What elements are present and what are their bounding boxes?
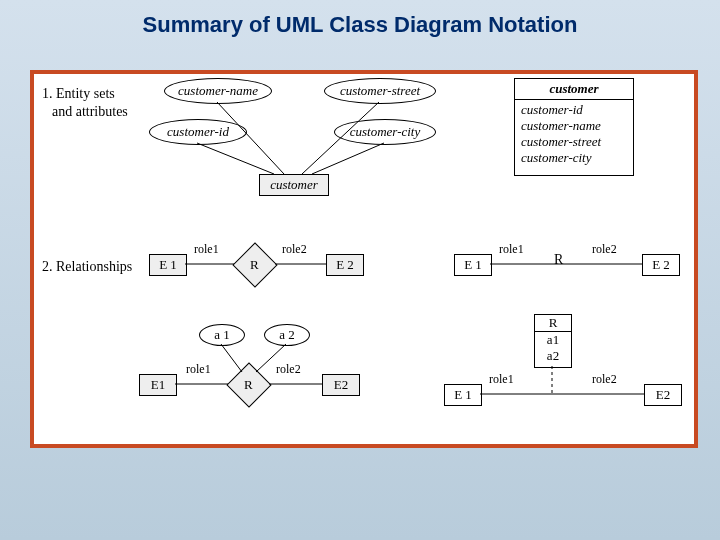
- page-title: Summary of UML Class Diagram Notation: [0, 0, 720, 46]
- diagram-frame: 1. Entity sets and attributes customer-n…: [30, 70, 698, 448]
- uml2b-lines: [34, 74, 694, 444]
